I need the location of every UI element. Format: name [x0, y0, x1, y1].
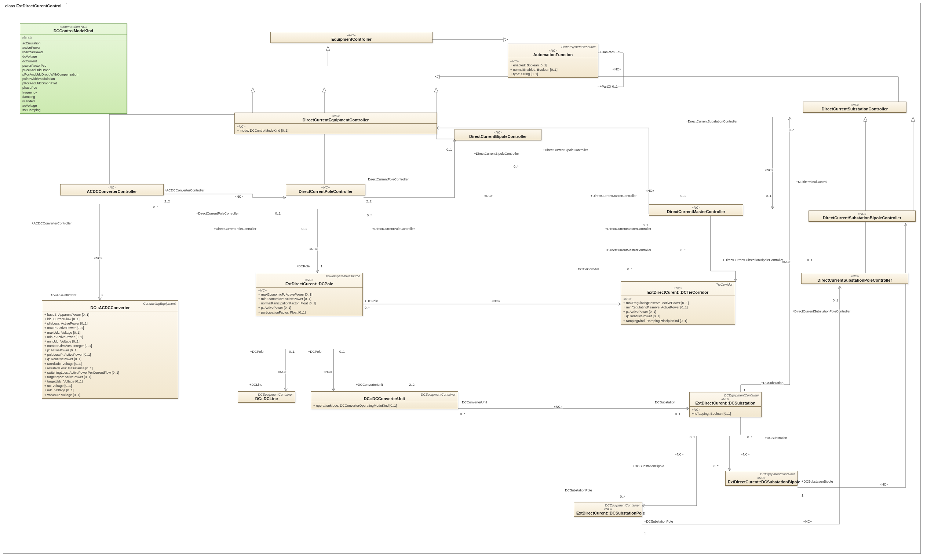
attribute-row: + minUdc: Voltage [0..1] — [44, 339, 176, 344]
attribute-row: + operationMode: DCConverterOperatingMod… — [313, 404, 456, 408]
class-dc-substation-controller: «NC» DirectCurrentSubstationController — [803, 102, 906, 113]
attribute-row: + rampingKind: RampingPrincipleKind [0..… — [623, 319, 732, 323]
attribute-row: + p: ActivePower [0..1] — [44, 348, 176, 352]
attribute-row: + mode: DCControlModeKind [0..1] — [237, 128, 434, 133]
attribute-row: + maxUdc: Voltage [0..1] — [44, 331, 176, 335]
class-equipment-controller: «NC» EquipmentController — [271, 32, 433, 43]
lbl-partof: +PartOf 0..1 — [599, 85, 618, 88]
attribute-row: pPccAndUdcDroopPilot — [22, 81, 125, 85]
attribute-row: + minRegulatingReserve: ActivePower [0..… — [623, 305, 732, 310]
attribute-row: activePower — [22, 46, 125, 50]
attribute-row: + targetUdc: Voltage [0..1] — [44, 379, 176, 384]
class-acdc-converter: ConductingEquipment DC::ACDCConverter + … — [42, 300, 178, 399]
attribute-row: + targetPpcc: ActivePower [0..1] — [44, 375, 176, 379]
attribute-row: + q: ReactivePower [0..1] — [623, 314, 732, 318]
attribute-row: acVoltage — [22, 103, 125, 108]
lbl-haspart: +HasPart 0..* — [599, 50, 620, 54]
attribute-row: + numberOfValves: Integer [0..1] — [44, 344, 176, 348]
class-dc-pole-controller: «NC» DirectCurrentPoleController — [286, 184, 365, 196]
class-dc-pole: PowerSystemResource «NC» ExtDirectCurent… — [256, 273, 363, 316]
attribute-row: + udc: Voltage [0..1] — [44, 388, 176, 392]
attribute-row: + maxP: ActivePower [0..1] — [44, 326, 176, 330]
attribute-row: sstiDamping — [22, 108, 125, 112]
attribute-row: + p: ActivePower [0..1] — [258, 305, 360, 310]
class-automation-function: PowerSystemResource «NC» AutomationFunct… — [508, 44, 598, 78]
class-dc-line: DCEquipmentContainer DC::DCLine — [238, 391, 295, 403]
attribute-row: + q: ReactivePower [0..1] — [44, 357, 176, 361]
attribute-row: + isTapping: Boolean [0..1] — [692, 411, 759, 416]
class-dc-master-controller: «NC» DirectCurrentMasterController — [649, 204, 743, 216]
class-dc-substation-bipole: DCEquipmentContainer «NC» ExtDirectCuren… — [725, 471, 798, 486]
attribute-row: pulseWidthModulation — [22, 77, 125, 81]
attribute-row: + type: String [0..1] — [510, 72, 596, 76]
attribute-row: + participationFactor: Float [0..1] — [258, 310, 360, 315]
attribute-row: pPccAndUdcDroopWithCompensation — [22, 72, 125, 77]
attribute-row: islanded — [22, 99, 125, 103]
attribute-row: dcCurrent — [22, 59, 125, 64]
attribute-row: + p: ActivePower [0..1] — [623, 310, 732, 314]
attribute-row: + normalEnabled: Boolean [0..1] — [510, 67, 596, 72]
attribute-row: + ratedUdc: Voltage [0..1] — [44, 361, 176, 366]
attribute-row: + maxEconomicP: ActivePower [0..1] — [258, 292, 360, 297]
class-name: DCControlModeKind — [22, 29, 125, 33]
stereotype: «enumeration,NC» — [22, 25, 125, 29]
attribute-row: phasePcc — [22, 85, 125, 90]
attribute-row: + idc: CurrentFlow [0..1] — [44, 317, 176, 321]
attribute-row: + idleLoss: ActivePower [0..1] — [44, 321, 176, 326]
attribute-row: + switchingLoss: ActivePowerPerCurrentFl… — [44, 370, 176, 375]
class-dc-substation-pole: DCEquipmentContainer «NC» ExtDirectCuren… — [574, 502, 642, 517]
class-dc-control-mode-kind: «enumeration,NC» DCControlModeKind liter… — [20, 23, 127, 114]
attribute-row: damping — [22, 95, 125, 99]
class-dc-equipment-controller: «NC» DirectCurrentEquipmentController «N… — [234, 112, 437, 134]
attribute-row: frequency — [22, 90, 125, 95]
class-dc-substation-bipole-controller: «NC» DirectCurrentSubstationBipoleContro… — [808, 211, 916, 222]
class-acdc-converter-controller: «NC» ACDCConverterController — [60, 184, 164, 196]
class-dc-bipole-controller: «NC» DirectCurrentBipoleController — [454, 129, 541, 140]
attribute-row: + normalParticipationFactor: Float [0..1… — [258, 301, 360, 305]
class-dc-converter-unit: DCEquipmentContainer DC::DCConverterUnit… — [311, 391, 458, 409]
attribute-row: + minEconomicP: ActivePower [0..1] — [258, 297, 360, 301]
attribute-row: + resistiveLoss: Resistance [0..1] — [44, 366, 176, 370]
attribute-row: + baseS: ApparentPower [0..1] — [44, 313, 176, 317]
attribute-row: reactivePower — [22, 50, 125, 54]
attribute-row: + uc: Voltage [0..1] — [44, 384, 176, 388]
frame-title: class ExtDirectCurentControl — [3, 3, 67, 9]
attribute-row: + enabled: Boolean [0..1] — [510, 63, 596, 67]
attribute-row: dcVoltage — [22, 54, 125, 59]
attribute-row: + valveU0: Voltage [0..1] — [44, 393, 176, 397]
attribute-row: acEmulation — [22, 41, 125, 46]
attribute-row: powerFactorPcc — [22, 64, 125, 68]
attribute-row: + poleLossP: ActivePower [0..1] — [44, 352, 176, 357]
attribute-row: + minP: ActivePower [0..1] — [44, 335, 176, 339]
class-dc-tie-corridor: TieCorridor «NC» ExtDirectCurent::DCTieC… — [621, 281, 735, 325]
class-dc-substation-pole-controller: «NC» DirectCurrentSubstationPoleControll… — [801, 273, 908, 284]
attribute-row: + maxRegulatingReserve: ActivePower [0..… — [623, 301, 732, 305]
class-dc-substation: DCEquipmentContainer «NC» ExtDirectCuren… — [689, 392, 761, 417]
diagram-frame: class ExtDirectCurentControl — [3, 3, 921, 554]
attribute-row: pPccAndUdcDroop — [22, 68, 125, 72]
